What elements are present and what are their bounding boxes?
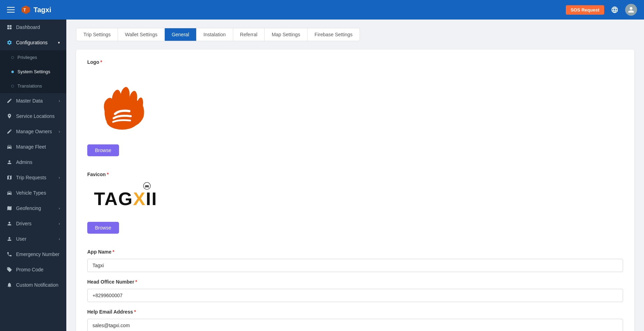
sidebar-item-promo-code[interactable]: Promo Code [0,262,66,277]
sub-dot-active-icon [11,70,14,73]
sidebar-label-privileges: Privileges [17,55,37,60]
sidebar-label-emergency-number: Emergency Number [16,251,60,257]
favicon-browse-button[interactable]: Browse [87,222,119,234]
logo-preview [87,69,157,139]
phone-icon [6,251,13,257]
drivers-icon [6,220,13,227]
sidebar-item-manage-owners[interactable]: Manage Owners › [0,124,66,139]
settings-icon [6,39,13,46]
sidebar-item-configurations[interactable]: Configurations ▾ [0,35,66,50]
topbar-right: SOS Request [566,4,637,16]
tab-general[interactable]: General [165,28,197,41]
admins-icon [6,159,13,165]
sub-dot-icon [11,56,14,59]
sub-dot-trans-icon [11,85,14,88]
sidebar-label-manage-owners: Manage Owners [16,129,52,134]
configurations-submenu: Privileges System Settings Translations [0,50,66,93]
sidebar-item-vehicle-types[interactable]: Vehicle Types [0,185,66,201]
tab-instalation[interactable]: Instalation [197,28,233,41]
logo-image [91,73,154,135]
user-icon [6,236,13,242]
sidebar-label-custom-notification: Custom Notification [16,282,58,288]
favicon-preview: TAGXII [87,181,164,216]
help-email-input[interactable] [87,319,623,331]
grid-icon [6,24,13,30]
sidebar-label-translations: Translations [17,83,42,89]
chevron-right-icon-user: › [59,237,60,241]
chevron-right-icon-geo: › [59,206,60,210]
sidebar-item-master-data[interactable]: Master Data › [0,93,66,108]
sidebar-item-dashboard[interactable]: Dashboard [0,20,66,35]
bell-icon [6,282,13,288]
logo-label: Logo* [87,59,623,65]
svg-point-5 [148,187,149,188]
sidebar: Dashboard Configurations ▾ Privileges Sy… [0,20,66,331]
edit-icon [6,98,13,104]
trip-map-icon [6,174,13,181]
sidebar-item-translations[interactable]: Translations [0,79,66,93]
head-office-label: Head Office Number* [87,279,623,285]
sidebar-label-master-data: Master Data [16,98,43,104]
sidebar-item-manage-fleet[interactable]: Manage Fleet [0,139,66,155]
chevron-down-icon: ▾ [58,40,60,45]
svg-text:T: T [23,8,26,13]
help-email-field: Help Email Address* [87,309,623,331]
tab-firebase-settings[interactable]: Firebase Settings [308,28,360,41]
sidebar-label-promo-code: Promo Code [16,267,44,272]
location-icon [6,113,13,119]
main-content: Trip Settings Wallet Settings General In… [66,20,644,331]
settings-tabs: Trip Settings Wallet Settings General In… [76,28,360,41]
sidebar-item-geofencing[interactable]: Geofencing › [0,201,66,216]
fleet-car-icon [6,144,13,150]
topbar: T Tagxi SOS Request [0,0,644,20]
help-email-label: Help Email Address* [87,309,623,315]
favicon-section: Favicon* TAGXII [87,172,623,234]
sidebar-label-drivers: Drivers [16,221,31,226]
hamburger-menu[interactable] [7,7,15,13]
app-name-label: App Name* [87,249,623,255]
sidebar-label-geofencing: Geofencing [16,205,41,211]
chevron-right-icon-owners: › [59,129,60,134]
logo-section: Logo* [87,59,623,156]
favicon-label: Favicon* [87,172,623,177]
sidebar-item-trip-requests[interactable]: Trip Requests › [0,170,66,185]
geofencing-icon [6,205,13,211]
tag-icon [6,266,13,273]
sidebar-label-manage-fleet: Manage Fleet [16,144,46,150]
sidebar-label-configurations: Configurations [16,40,47,45]
head-office-input[interactable] [87,289,623,302]
vehicle-icon [6,190,13,196]
language-icon[interactable] [609,4,620,15]
svg-point-4 [145,187,146,188]
tab-map-settings[interactable]: Map Settings [265,28,308,41]
sidebar-item-drivers[interactable]: Drivers › [0,216,66,231]
sidebar-label-user: User [16,236,27,242]
owner-icon [6,128,13,135]
sidebar-item-service-locations[interactable]: Service Locations [0,108,66,124]
topbar-left: T Tagxi [7,5,51,15]
sidebar-item-custom-notification[interactable]: Custom Notification [0,277,66,293]
sidebar-item-admins[interactable]: Admins [0,155,66,170]
tab-wallet-settings[interactable]: Wallet Settings [118,28,165,41]
layout: Dashboard Configurations ▾ Privileges Sy… [0,20,644,331]
tab-trip-settings[interactable]: Trip Settings [76,28,118,41]
sidebar-label-dashboard: Dashboard [16,24,40,30]
avatar[interactable] [625,4,637,16]
sidebar-item-user[interactable]: User › [0,231,66,247]
form-card: Logo* [76,50,634,331]
sidebar-item-emergency-number[interactable]: Emergency Number [0,247,66,262]
app-name-input[interactable] [87,259,623,272]
chevron-right-icon: › [59,99,60,103]
sidebar-item-system-settings[interactable]: System Settings [0,65,66,79]
tab-referral[interactable]: Referral [233,28,265,41]
sos-button[interactable]: SOS Request [566,5,604,15]
sidebar-label-system-settings: System Settings [17,69,50,74]
sidebar-label-service-locations: Service Locations [16,113,55,119]
chevron-right-icon-drivers: › [59,221,60,226]
sidebar-item-privileges[interactable]: Privileges [0,50,66,65]
brand-name: Tagxi [34,6,51,14]
sidebar-label-vehicle-types: Vehicle Types [16,190,46,196]
brand: T Tagxi [21,5,51,15]
app-name-field: App Name* [87,249,623,279]
logo-browse-button[interactable]: Browse [87,144,119,156]
